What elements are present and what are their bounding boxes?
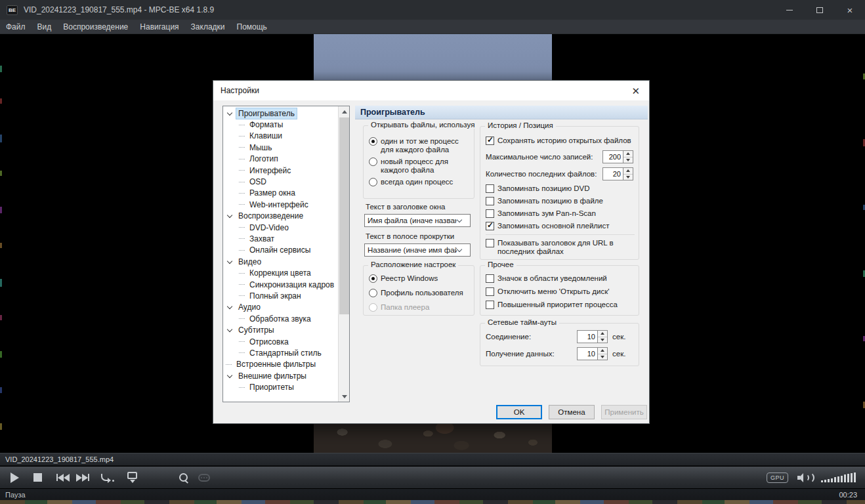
tree-item-fullscreen[interactable]: Полный экран [223, 290, 338, 301]
tree-item-keys[interactable]: Клавиши [223, 131, 338, 142]
panel-header: Проигрыватель [355, 106, 648, 119]
tree-item-capture[interactable]: Захват [223, 233, 338, 244]
tree-item-dvd-video[interactable]: DVD-Video [223, 222, 338, 233]
tree-scrollbar[interactable] [338, 106, 349, 402]
checkbox-remember-dvd[interactable]: Запоминать позицию DVD [486, 184, 637, 193]
radio-registry[interactable]: Реестр Windows [369, 274, 471, 283]
previous-button[interactable] [56, 474, 70, 482]
maximize-button[interactable] [805, 0, 835, 20]
checkbox-icon [486, 136, 494, 145]
spinner-connection[interactable] [577, 330, 608, 343]
spin-up-icon[interactable] [598, 331, 607, 337]
tree-item-player[interactable]: Проигрыватель [223, 108, 338, 119]
radio-user-profile[interactable]: Профиль пользователя [369, 289, 471, 297]
chevron-down-icon [457, 247, 462, 252]
connection-input[interactable] [577, 330, 598, 343]
spinner-recent-files[interactable] [602, 167, 633, 180]
tree-item-playback[interactable]: Воспроизведение [223, 211, 338, 222]
spinner-receive-data[interactable] [577, 347, 608, 360]
spin-down-icon[interactable] [598, 354, 607, 360]
tree-item-logo[interactable]: Логотип [223, 154, 338, 165]
scroll-up-icon[interactable] [339, 106, 350, 117]
checkbox-icon [486, 197, 494, 205]
next-button[interactable] [76, 474, 89, 482]
tree-item-internal-filters[interactable]: Встроенные фильтры [223, 359, 338, 370]
tree-item-external-filters[interactable]: Внешние фильтры [223, 370, 338, 381]
tree-item-online-services[interactable]: Онлайн сервисы [223, 245, 338, 256]
menu-navigation[interactable]: Навигация [134, 20, 184, 33]
tree-item-priorities[interactable]: Приоритеты [223, 381, 338, 392]
stop-button[interactable] [33, 473, 42, 482]
group-open-files-title: Открывать файлы, используя [368, 121, 477, 129]
tree-item-audio-processing[interactable]: Обработка звука [223, 313, 338, 324]
radio-icon [369, 289, 377, 297]
combo-window-title-text[interactable]: Имя файла (иначе название [364, 214, 471, 227]
tree-item-osd[interactable]: OSD [223, 176, 338, 187]
tree-item-color-correction[interactable]: Коррекция цвета [223, 267, 338, 278]
mute-button[interactable] [797, 472, 813, 484]
tree-item-frame-sync[interactable]: Синхронизация кадров [223, 279, 338, 290]
spin-up-icon[interactable] [623, 151, 633, 158]
menu-file[interactable]: Файл [0, 20, 32, 33]
radio-new-process[interactable]: новый процесс для каждого файла [369, 158, 471, 175]
checkbox-show-url-title[interactable]: Показывать заголовок для URL в последних… [486, 239, 630, 256]
chevron-expanded-icon [227, 327, 232, 332]
receive-data-input[interactable] [577, 347, 598, 360]
cancel-button[interactable]: Отмена [549, 405, 595, 419]
checkbox-remember-playlist[interactable]: Запоминать основной плейлист [486, 222, 637, 230]
tree-item-interface[interactable]: Интерфейс [223, 165, 338, 176]
subtitles-button[interactable] [198, 474, 210, 482]
checkbox-save-history[interactable]: Сохранять историю открытых файлов [486, 136, 637, 145]
app-icon-label: BE [9, 7, 16, 13]
tree-item-rendering[interactable]: Отрисовка [223, 336, 338, 347]
menu-help[interactable]: Помощь [231, 20, 273, 33]
tree-item-window-size[interactable]: Размер окна [223, 188, 338, 199]
tree-item-web-interface[interactable]: Web-интерфейс [223, 199, 338, 210]
maximize-icon [816, 7, 823, 13]
checkbox-remember-file-position[interactable]: Запоминать позицию в файле [486, 197, 637, 205]
framerate-button[interactable] [127, 472, 137, 483]
menu-bookmarks[interactable]: Закладки [185, 20, 231, 33]
spin-up-icon[interactable] [598, 348, 607, 354]
menu-playback[interactable]: Воспроизведение [57, 20, 134, 33]
play-button[interactable] [11, 472, 19, 483]
menu-view[interactable]: Вид [32, 20, 58, 33]
tree-item-default-style[interactable]: Стандартный стиль [223, 347, 338, 358]
dialog-close-icon[interactable]: ✕ [631, 86, 640, 96]
checkbox-icon [486, 239, 494, 247]
frame-step-button[interactable] [101, 474, 114, 482]
spin-up-icon[interactable] [623, 168, 633, 175]
scroll-down-icon[interactable] [339, 391, 350, 402]
spin-down-icon[interactable] [623, 158, 633, 163]
audio-track-button[interactable] [179, 473, 188, 482]
seekbar[interactable]: VID_20241223_190817_555.mp4 [0, 453, 865, 466]
tree-item-audio[interactable]: Аудио [223, 302, 338, 313]
skip-forward-icon [76, 474, 82, 482]
recent-files-input[interactable] [602, 167, 623, 180]
volume-slider[interactable] [821, 472, 856, 482]
combo-seekbar-text[interactable]: Название (иначе имя файла [364, 243, 471, 257]
radio-same-process[interactable]: один и тот же процесс для каждого файла [369, 137, 471, 154]
tree-item-formats[interactable]: Форматы [223, 119, 338, 130]
close-icon: × [847, 5, 853, 15]
spinner-max-records[interactable] [602, 150, 633, 163]
close-button[interactable]: × [835, 0, 865, 20]
checkbox-disable-open-disc[interactable]: Отключить меню 'Открыть диск' [486, 287, 637, 296]
spin-down-icon[interactable] [623, 175, 633, 180]
checkbox-remember-zoom[interactable]: Запоминать зум Pan-n-Scan [486, 209, 637, 218]
checkbox-icon [486, 222, 494, 230]
tree-item-video[interactable]: Видео [223, 256, 338, 267]
checkbox-high-priority[interactable]: Повышенный приоритет процесса [486, 301, 637, 309]
radio-single-process[interactable]: всегда один процесс [369, 178, 471, 186]
radio-icon [369, 303, 377, 312]
tree-item-subtitles[interactable]: Субтитры [223, 324, 338, 335]
scrollbar-thumb[interactable] [339, 117, 349, 314]
max-records-input[interactable] [602, 150, 623, 163]
minimize-button[interactable] [774, 0, 805, 20]
spin-down-icon[interactable] [598, 337, 607, 343]
stop-icon [33, 473, 42, 482]
ok-button[interactable]: OK [496, 405, 542, 419]
checkbox-tray-icon[interactable]: Значок в области уведомлений [486, 274, 637, 283]
tree-item-mouse[interactable]: Мышь [223, 142, 338, 153]
label-seekbar-text: Текст в полосе прокрутки [366, 232, 454, 240]
